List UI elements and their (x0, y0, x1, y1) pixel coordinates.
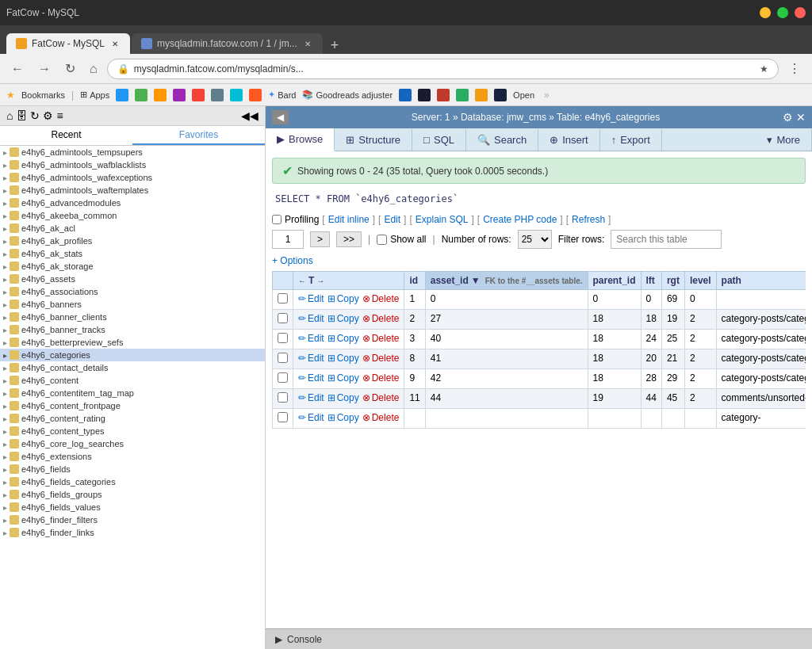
collapse-sidebar-button[interactable]: ◀ (272, 110, 289, 124)
tab-sql[interactable]: □ SQL (412, 129, 466, 151)
row-checkbox[interactable] (278, 333, 288, 343)
delete-row-button[interactable]: ⊗ Delete (362, 353, 400, 364)
edit-row-button[interactable]: ✏ Edit (298, 293, 324, 304)
settings-gear-icon[interactable]: ⚙ (783, 111, 793, 124)
row-checkbox[interactable] (278, 412, 288, 422)
sidebar-item-contentitem-tag-map[interactable]: ▸ e4hy6_contentitem_tag_map (0, 387, 265, 399)
col-right-arrow[interactable]: → (316, 277, 324, 285)
explain-sql-link[interactable]: Explain SQL (416, 214, 469, 225)
sidebar-item-extensions[interactable]: ▸ e4hy6_extensions (0, 450, 265, 463)
sidebar-item-contact-details[interactable]: ▸ e4hy6_contact_details (0, 361, 265, 374)
tab-insert[interactable]: ⊕ Insert (538, 129, 600, 151)
sidebar-item-fields-values[interactable]: ▸ e4hy6_fields_values (0, 501, 265, 513)
sidebar-item-fields-groups[interactable]: ▸ e4hy6_fields_groups (0, 488, 265, 501)
console-bar[interactable]: ▶ Console (266, 628, 812, 649)
row-checkbox[interactable] (278, 353, 288, 363)
bookmark-favicon-green[interactable] (135, 89, 147, 101)
tab-search[interactable]: 🔍 Search (466, 129, 538, 151)
tab-fatcow-mysql[interactable]: FatCow - MySQL ✕ (6, 33, 130, 54)
maximize-btn[interactable] (777, 7, 788, 18)
delete-row-button[interactable]: ⊗ Delete (362, 372, 400, 384)
edit-row-button[interactable]: ✏ Edit (298, 412, 324, 423)
copy-row-button[interactable]: ⊞ Copy (327, 392, 359, 403)
bookmark-favicon-orange[interactable] (154, 89, 167, 101)
sidebar-item-betterpreview[interactable]: ▸ e4hy6_betterpreview_sefs (0, 336, 265, 349)
bookmark-bookmarks[interactable]: Bookmarks (21, 90, 65, 100)
edit-row-button[interactable]: ✏ Edit (298, 372, 324, 384)
favorites-tab[interactable]: Favorites (132, 126, 265, 145)
th-lft[interactable]: lft (641, 272, 661, 290)
th-level[interactable]: level (684, 272, 716, 290)
tab-structure[interactable]: ⊞ Structure (335, 129, 412, 151)
bookmark-favicon-navy[interactable] (494, 89, 507, 101)
bookmark-favicon-dark-red[interactable] (437, 89, 450, 101)
bookmark-favicon-yellow[interactable] (475, 89, 488, 101)
back-button[interactable]: ← (6, 60, 29, 78)
sidebar-item-categories[interactable]: ▸ e4hy6_categories (0, 349, 265, 361)
bookmark-apps[interactable]: ⊞ Apps (80, 90, 109, 100)
edit-row-button[interactable]: ✏ Edit (298, 392, 324, 403)
th-rgt[interactable]: rgt (661, 272, 684, 290)
sidebar-item-wafexceptions[interactable]: ▸ e4hy6_admintools_wafexceptions (0, 171, 265, 184)
col-left-arrow[interactable]: ← (298, 277, 306, 285)
sidebar-item-advancedmodules[interactable]: ▸ e4hy6_advancedmodules (0, 197, 265, 209)
sidebar-settings-icon[interactable]: ⚙ (43, 109, 53, 122)
sidebar-item-ak-profiles[interactable]: ▸ e4hy6_ak_profiles (0, 235, 265, 247)
bookmark-favicon-red[interactable] (192, 89, 205, 101)
th-parent-id[interactable]: parent_id (588, 272, 641, 290)
number-of-rows-select[interactable]: 25 50 100 (518, 230, 552, 249)
bookmark-favicon-cyan[interactable] (230, 89, 243, 101)
sidebar-collapse-icon[interactable]: ◀◀ (241, 109, 259, 122)
sidebar-item-finder-filters[interactable]: ▸ e4hy6_finder_filters (0, 513, 265, 526)
page-number-input[interactable] (272, 230, 304, 249)
bookmark-bard[interactable]: ✦ Bard (268, 90, 296, 100)
tab-browse[interactable]: ▶ Browse (266, 128, 335, 151)
bookmark-goodreads[interactable]: 📚 Goodreads adjuster (302, 90, 393, 100)
sidebar-item-fields[interactable]: ▸ e4hy6_fields (0, 463, 265, 475)
th-path[interactable]: path (716, 272, 806, 290)
edit-row-button[interactable]: ✏ Edit (298, 333, 324, 344)
bookmark-favicon-blue[interactable] (116, 89, 128, 101)
sidebar-item-content-rating[interactable]: ▸ e4hy6_content_rating (0, 412, 265, 425)
sidebar-item-fields-categories[interactable]: ▸ e4hy6_fields_categories (0, 475, 265, 488)
close-btn[interactable] (795, 7, 806, 18)
new-tab-button[interactable]: + (324, 37, 346, 54)
copy-row-button[interactable]: ⊞ Copy (327, 293, 359, 304)
tab-close-1[interactable]: ✕ (109, 38, 121, 49)
sidebar-item-content-types[interactable]: ▸ e4hy6_content_types (0, 425, 265, 437)
sidebar-refresh-icon[interactable]: ↻ (30, 109, 40, 122)
copy-row-button[interactable]: ⊞ Copy (327, 372, 359, 384)
copy-row-button[interactable]: ⊞ Copy (327, 353, 359, 364)
bookmark-favicon-deep-orange[interactable] (249, 89, 262, 101)
last-page-button[interactable]: >> (336, 231, 362, 247)
row-checkbox[interactable] (278, 293, 288, 304)
sidebar-item-ak-acl[interactable]: ▸ e4hy6_ak_acl (0, 222, 265, 235)
sidebar-item-akeeba-common[interactable]: ▸ e4hy6_akeeba_common (0, 209, 265, 222)
row-checkbox[interactable] (278, 392, 288, 403)
recent-tab[interactable]: Recent (0, 126, 132, 145)
bookmark-favicon-dark[interactable] (418, 89, 431, 101)
refresh-button[interactable]: ↻ (60, 59, 80, 78)
tab-more[interactable]: ▾ More (756, 129, 812, 151)
sidebar-item-wafblacklists[interactable]: ▸ e4hy6_admintools_wafblacklists (0, 158, 265, 171)
th-id[interactable]: id (404, 272, 425, 290)
tab-mysqladmin[interactable]: mysqladmin.fatcow.com / 1 / jm... ✕ (132, 33, 323, 54)
tab-export[interactable]: ↑ Export (600, 129, 662, 151)
edit-link[interactable]: Edit (384, 214, 400, 225)
delete-row-button[interactable]: ⊗ Delete (362, 293, 400, 304)
profiling-checkbox[interactable] (272, 215, 282, 224)
sidebar-filter-icon[interactable]: ≡ (56, 109, 63, 122)
bookmark-favicon-purple[interactable] (173, 89, 186, 101)
bookmarks-more-icon[interactable]: » (544, 90, 550, 101)
refresh-link[interactable]: Refresh (572, 214, 605, 225)
bookmark-favicon-dark-green[interactable] (456, 89, 469, 101)
copy-row-button[interactable]: ⊞ Copy (327, 313, 359, 324)
sidebar-db-icon[interactable]: 🗄 (16, 109, 27, 122)
sidebar-item-banners[interactable]: ▸ e4hy6_banners (0, 298, 265, 311)
extensions-button[interactable]: ⋮ (783, 59, 806, 78)
sidebar-item-admintools-tempsupers[interactable]: ▸ e4hy6_admintools_tempsupers (0, 146, 265, 158)
sidebar-item-ak-storage[interactable]: ▸ e4hy6_ak_storage (0, 260, 265, 273)
edit-inline-link[interactable]: Edit inline (328, 214, 370, 225)
bookmark-favicon-gray[interactable] (211, 89, 224, 101)
show-all-checkbox[interactable] (377, 235, 387, 245)
